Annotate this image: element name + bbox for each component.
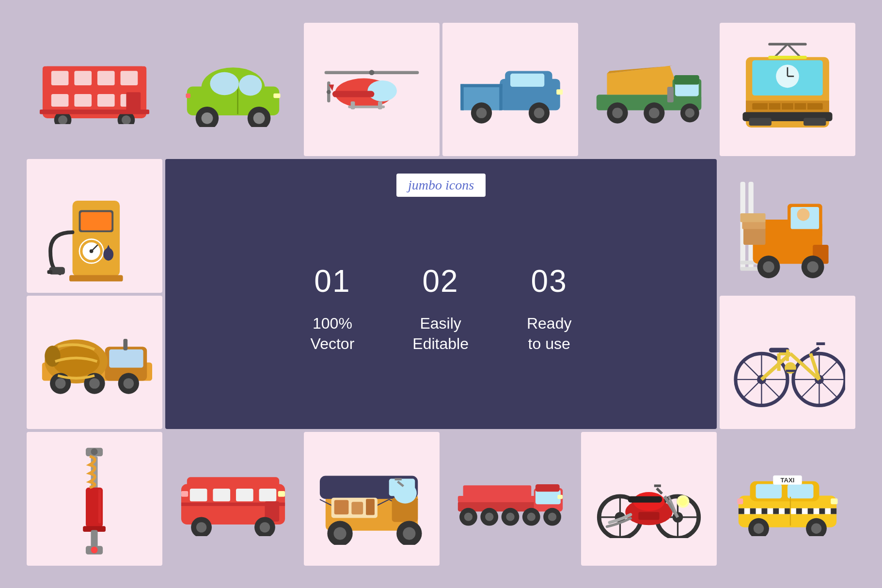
svg-point-118 [55,378,66,389]
cell-pickup [442,23,578,157]
svg-rect-44 [460,84,503,87]
svg-point-183 [403,527,415,540]
cell-dump-truck [581,23,717,157]
cell-tuk-tuk [304,432,440,566]
svg-point-57 [612,108,623,118]
svg-rect-55 [674,75,699,84]
cell-cement-mixer [27,296,162,429]
svg-point-105 [807,261,818,272]
svg-rect-231 [773,509,779,514]
svg-rect-157 [187,477,279,489]
svg-rect-6 [51,94,69,107]
svg-rect-76 [803,118,826,126]
svg-point-115 [45,346,60,366]
svg-rect-5 [121,71,138,85]
feature-2-number: 02 [423,263,459,299]
svg-point-122 [123,378,134,389]
svg-rect-111 [109,349,143,367]
cell-bicycle [720,296,855,429]
cell-forklift [720,159,855,293]
svg-rect-177 [366,499,375,515]
svg-point-100 [797,208,810,221]
svg-rect-25 [273,94,280,98]
center-panel: jumbo icons 01 100% Vector 02 Easily Edi… [165,159,717,429]
svg-rect-202 [557,495,563,499]
svg-point-61 [685,108,694,117]
cell-flatbed-truck [442,432,578,566]
svg-point-87 [90,249,94,253]
svg-point-193 [464,513,472,521]
cell-mini-bus [165,432,301,566]
svg-rect-168 [278,491,285,497]
svg-rect-79 [768,43,806,46]
svg-rect-7 [74,94,92,107]
svg-rect-230 [761,509,767,514]
svg-rect-159 [213,489,230,502]
svg-point-197 [506,513,514,521]
svg-line-216 [657,488,662,493]
svg-point-219 [679,497,687,505]
svg-rect-4 [97,71,115,85]
svg-rect-26 [186,94,190,98]
svg-rect-31 [332,91,375,97]
svg-rect-3 [74,71,92,85]
svg-rect-229 [750,509,756,514]
cell-bus [27,23,162,157]
svg-point-243 [811,524,821,534]
svg-rect-62 [667,87,674,102]
features-row: 01 100% Vector 02 Easily Editable 03 Rea… [311,263,572,354]
svg-rect-161 [259,489,277,502]
cell-gas-station [27,159,162,293]
feature-3-number: 03 [531,263,567,299]
feature-3-text: Ready to use [527,314,572,354]
svg-rect-83 [80,212,111,230]
svg-rect-108 [740,213,765,222]
svg-text:TAXI: TAXI [781,477,795,484]
svg-rect-2 [51,71,69,85]
svg-point-199 [527,513,536,521]
svg-rect-237 [831,499,837,505]
svg-rect-233 [796,509,802,514]
svg-rect-188 [463,486,532,497]
svg-rect-224 [788,484,814,499]
svg-point-21 [202,112,213,124]
svg-rect-213 [628,496,662,502]
svg-rect-220 [638,512,659,520]
svg-point-179 [394,482,417,503]
cell-motorcycle [581,432,717,566]
svg-point-18 [210,72,238,95]
svg-rect-234 [808,509,814,514]
svg-point-30 [367,80,397,101]
svg-rect-80 [768,56,806,59]
brand-badge: jumbo icons [396,174,486,197]
svg-rect-155 [98,489,101,523]
svg-point-148 [91,448,98,455]
svg-rect-190 [536,490,561,504]
svg-rect-43 [499,84,502,110]
svg-point-154 [91,546,98,553]
svg-point-181 [333,527,346,540]
svg-rect-236 [831,509,836,514]
svg-point-28 [369,70,375,75]
svg-point-23 [253,112,265,124]
svg-point-103 [763,261,774,272]
svg-rect-10 [126,92,141,112]
svg-rect-75 [749,118,772,126]
svg-point-241 [754,524,764,534]
svg-rect-160 [236,489,253,502]
svg-rect-158 [190,489,207,502]
feature-2: 02 Easily Editable [412,263,469,354]
svg-point-46 [476,108,487,118]
brand-name: jumbo icons [408,177,474,192]
svg-point-167 [260,523,270,533]
svg-point-19 [239,75,262,95]
cell-taxi: TAXI [720,432,855,566]
feature-2-text: Easily Editable [412,314,469,354]
svg-point-201 [548,513,556,521]
svg-rect-36 [378,101,382,109]
svg-rect-35 [351,101,355,109]
svg-rect-232 [785,509,790,514]
svg-line-78 [788,45,800,57]
svg-rect-91 [47,270,52,274]
svg-rect-238 [737,499,743,505]
